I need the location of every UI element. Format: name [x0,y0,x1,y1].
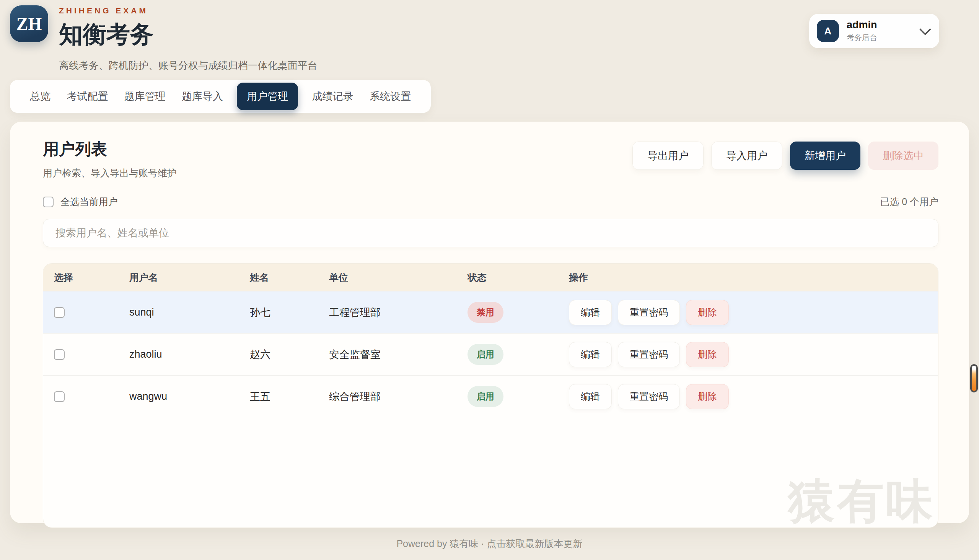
tab-exam-config[interactable]: 考试配置 [64,83,110,109]
table-header-row: 选择 用户名 姓名 单位 状态 操作 [43,263,938,291]
page-subtitle: 用户检索、导入导出与账号维护 [43,167,177,179]
user-avatar: A [817,20,839,42]
table-row: sunqi 孙七 工程管理部 禁用 编辑 重置密码 删除 [43,291,938,333]
select-all-group: 全选当前用户 [43,195,118,208]
row-checkbox[interactable] [54,391,65,402]
app-title: 知衡考务 [59,18,317,50]
tab-question-bank[interactable]: 题库管理 [122,83,168,109]
user-menu[interactable]: A admin 考务后台 [809,14,939,48]
footer-separator: · [481,538,484,549]
delete-button[interactable]: 删除 [686,384,729,409]
export-users-button[interactable]: 导出用户 [632,142,704,170]
cell-unit: 安全监督室 [329,348,467,362]
selected-count: 已选 0 个用户 [880,195,939,208]
status-badge: 禁用 [467,302,504,323]
col-status: 状态 [467,271,569,284]
chevron-down-icon [919,23,931,35]
col-actions: 操作 [569,271,938,284]
brand-block: ZHIHENG EXAM 知衡考务 离线考务、跨机防护、账号分权与成绩归档一体化… [59,5,317,72]
app-logo: ZH [10,5,48,42]
cell-name: 孙七 [250,306,329,319]
cell-username: sunqi [129,307,250,318]
delete-button[interactable]: 删除 [686,342,729,367]
row-actions: 编辑 重置密码 删除 [569,300,938,325]
cell-name: 王五 [250,390,329,403]
edit-button[interactable]: 编辑 [569,342,612,367]
reset-password-button[interactable]: 重置密码 [618,384,680,409]
user-role: 考务后台 [847,33,919,43]
cell-unit: 工程管理部 [329,306,467,319]
cell-name: 赵六 [250,348,329,362]
tab-score-records[interactable]: 成绩记录 [310,83,356,109]
delete-selected-button[interactable]: 删除选中 [868,142,939,170]
select-all-label: 全选当前用户 [60,195,118,208]
user-meta: admin 考务后台 [847,19,919,43]
row-checkbox[interactable] [54,307,65,318]
row-actions: 编辑 重置密码 删除 [569,384,938,409]
selection-bar: 全选当前用户 已选 0 个用户 [43,195,939,208]
status-badge: 启用 [467,386,504,407]
tab-system-settings[interactable]: 系统设置 [367,83,413,109]
tab-bank-import[interactable]: 题库导入 [179,83,225,109]
powered-by-text: Powered by 猿有味 [396,538,478,549]
tab-overview[interactable]: 总览 [28,83,53,109]
col-name: 姓名 [250,271,329,284]
brand-eyebrow: ZHIHENG EXAM [59,6,317,15]
cell-unit: 综合管理部 [329,390,467,403]
reset-password-button[interactable]: 重置密码 [618,300,680,325]
col-unit: 单位 [329,271,467,284]
row-actions: 编辑 重置密码 删除 [569,342,938,367]
select-all-checkbox[interactable] [43,197,53,207]
main-nav: 总览 考试配置 题库管理 题库导入 用户管理 成绩记录 系统设置 [10,80,431,113]
col-select: 选择 [54,271,129,284]
panel-actions: 导出用户 导入用户 新增用户 删除选中 [632,142,939,170]
panel-header: 用户列表 用户检索、导入导出与账号维护 导出用户 导入用户 新增用户 删除选中 [43,138,939,179]
scrollbar-thumb[interactable] [970,364,978,392]
table-row: zhaoliu 赵六 安全监督室 启用 编辑 重置密码 删除 [43,333,938,375]
page-title: 用户列表 [43,138,177,160]
user-list-panel: 用户列表 用户检索、导入导出与账号维护 导出用户 导入用户 新增用户 删除选中 … [10,122,969,523]
app-subtitle: 离线考务、跨机防护、账号分权与成绩归档一体化桌面平台 [59,59,317,72]
tab-user-management[interactable]: 用户管理 [237,83,298,110]
edit-button[interactable]: 编辑 [569,384,612,409]
add-user-button[interactable]: 新增用户 [790,142,861,170]
app-header: ZH ZHIHENG EXAM 知衡考务 离线考务、跨机防护、账号分权与成绩归档… [0,0,979,72]
import-users-button[interactable]: 导入用户 [711,142,782,170]
footer: Powered by 猿有味 · 点击获取最新版本更新 [0,537,979,550]
col-username: 用户名 [129,271,250,284]
reset-password-button[interactable]: 重置密码 [618,342,680,367]
cell-username: zhaoliu [129,348,250,360]
panel-title-block: 用户列表 用户检索、导入导出与账号维护 [43,138,177,179]
table-row: wangwu 王五 综合管理部 启用 编辑 重置密码 删除 [43,375,938,417]
row-checkbox[interactable] [54,349,65,360]
cell-username: wangwu [129,390,250,402]
edit-button[interactable]: 编辑 [569,300,612,325]
update-link[interactable]: 点击获取最新版本更新 [487,538,583,549]
search-input[interactable] [43,219,939,247]
delete-button[interactable]: 删除 [686,300,729,325]
status-badge: 启用 [467,344,504,365]
users-table: 选择 用户名 姓名 单位 状态 操作 sunqi 孙七 工程管理部 禁用 编辑 … [43,263,939,528]
user-name: admin [847,19,919,31]
